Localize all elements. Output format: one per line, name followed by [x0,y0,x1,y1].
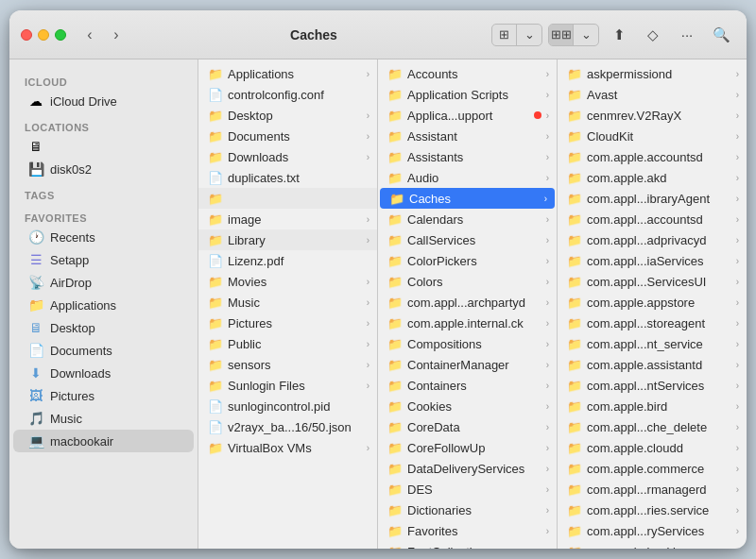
sidebar-item-recents[interactable]: 🕐 Recents [13,226,194,248]
file-item[interactable]: 📁DataDeliveryServices› [378,458,557,479]
forward-button[interactable]: › [104,25,129,45]
sidebar-item-airdrop[interactable]: 📡 AirDrop [13,271,194,294]
sidebar-item-pictures[interactable]: 🖼 Pictures [13,384,194,407]
sort-btn[interactable]: ⌄ [574,25,598,45]
sidebar-item-downloads[interactable]: ⬇ Downloads [13,362,194,384]
sidebar-item-setapp[interactable]: ☰ Setapp [13,248,194,271]
file-item[interactable]: 📁Caches› [380,188,555,209]
file-item[interactable]: 📁com.appl...ries.service› [558,500,747,520]
file-item[interactable]: 📁CoreData› [378,416,557,437]
file-item[interactable]: 📁askpermissiond› [558,63,747,84]
column-view-btn[interactable]: ⌄ [517,25,541,45]
file-item[interactable]: 📁Downloads› [198,146,377,167]
file-item[interactable]: 📁com.apple.commerce› [558,458,747,479]
file-item[interactable]: 📁com.appl...archpartyd› [378,292,557,313]
file-item[interactable]: 📁CloudKit› [558,126,747,146]
file-item[interactable]: 📁cenmrev.V2RayX› [558,105,747,126]
sidebar-item-documents[interactable]: 📄 Documents [13,339,194,362]
file-item[interactable]: 📁Music› [198,292,377,313]
file-item[interactable]: 📁com.apple.cloudd› [558,437,747,458]
sidebar-item-computer[interactable]: 🖥 [13,135,194,158]
file-item[interactable]: 📁 [198,188,377,209]
file-item[interactable]: 📁Cookies› [378,396,557,416]
file-item[interactable]: 📁com.appl...ibraryAgent› [558,188,747,209]
file-item[interactable]: 📁com.appl...accountsd› [558,209,747,229]
file-item[interactable]: 📁com.appl...rmanagerd› [558,479,747,500]
file-item[interactable]: 📁Accounts› [378,63,557,84]
minimize-button[interactable] [38,29,49,41]
file-item[interactable]: 📁Colors› [378,271,557,292]
file-item[interactable]: 📁Compositions› [378,333,557,354]
file-item[interactable]: 📁Desktop› [198,105,377,126]
file-item[interactable]: 📁Application Scripts› [378,84,557,105]
file-item[interactable]: 📁Pictures› [198,313,377,333]
file-item[interactable]: 📁VirtualBox VMs› [198,437,377,458]
file-item[interactable]: 📁sensors› [198,354,377,375]
file-item[interactable]: 📄Lizenz.pdf [198,250,377,271]
file-item[interactable]: 📁Favorites› [378,520,557,541]
file-item[interactable]: 📁Assistants› [378,146,557,167]
view-toggle[interactable]: ⊞ ⌄ [491,24,542,46]
file-item[interactable]: 📄duplicates.txt [198,167,377,188]
file-item[interactable]: 📁com.appl...adprivacyd› [558,229,747,250]
file-item[interactable]: 📁com.appl...backlogger› [558,541,747,549]
file-item[interactable]: 📁FontCollections› [378,541,557,549]
file-item[interactable]: 📁ContainerManager› [378,354,557,375]
sidebar-item-desktop[interactable]: 🖥 Desktop [13,316,194,339]
file-icon: 📁 [567,482,582,497]
file-item[interactable]: 📁com.appl...storeagent› [558,313,747,333]
back-button[interactable]: ‹ [77,25,102,45]
more-button[interactable]: ··· [673,24,701,46]
file-item[interactable]: 📄controlconfig.conf [198,84,377,105]
file-item[interactable]: 📄sunlogincontrol.pid [198,396,377,416]
sidebar-label-mac: macbookair [50,434,113,449]
search-button[interactable]: 🔍 [707,24,735,46]
file-item[interactable]: 📁CoreFollowUp› [378,437,557,458]
file-item[interactable]: 📁Sunlogin Files› [198,375,377,396]
maximize-button[interactable] [55,29,66,41]
file-item[interactable]: 📁Public› [198,333,377,354]
file-item[interactable]: 📁Library› [198,229,377,250]
grid-view-btn[interactable]: ⊞⊞ [549,25,574,45]
view-toggle-2[interactable]: ⊞⊞ ⌄ [548,24,599,46]
file-item[interactable]: 📁Applica...upport› [378,105,557,126]
sidebar-item-music[interactable]: 🎵 Music [13,407,194,430]
file-item[interactable]: 📁DES› [378,479,557,500]
chevron-right-icon: › [546,484,549,495]
sidebar-item-applications[interactable]: 📁 Applications [13,294,194,316]
close-button[interactable] [21,29,32,41]
nav-buttons: ‹ › [77,25,129,45]
tag-button[interactable]: ◇ [639,24,667,46]
sidebar-item-icloud-drive[interactable]: ☁ iCloud Drive [13,90,194,112]
sidebar-item-disk0s2[interactable]: 💾 disk0s2 [13,158,194,180]
file-item[interactable]: 📁com.apple.bird› [558,396,747,416]
file-item[interactable]: 📁image› [198,209,377,229]
file-item[interactable]: 📁com.appl...ntServices› [558,375,747,396]
file-item[interactable]: 📁CallServices› [378,229,557,250]
file-item[interactable]: 📁Movies› [198,271,377,292]
file-item[interactable]: 📁Audio› [378,167,557,188]
share-button[interactable]: ⬆ [605,24,633,46]
file-item[interactable]: 📁Dictionaries› [378,500,557,520]
file-item[interactable]: 📁Applications› [198,63,377,84]
file-item[interactable]: 📁com.apple.assistantd› [558,354,747,375]
list-view-btn[interactable]: ⊞ [492,25,517,45]
file-item[interactable]: 📁Documents› [198,126,377,146]
file-item[interactable]: 📁com.appl...iaServices› [558,250,747,271]
file-item[interactable]: 📁com.apple.appstore› [558,292,747,313]
file-item[interactable]: 📁Containers› [378,375,557,396]
file-item[interactable]: 📁Assistant› [378,126,557,146]
file-item[interactable]: 📄v2rayx_ba...16/50.json [198,416,377,437]
sidebar-item-macbookair[interactable]: 💻 macbookair [13,430,194,452]
file-item[interactable]: 📁com.appl...ryServices› [558,520,747,541]
file-item[interactable]: 📁ColorPickers› [378,250,557,271]
file-item[interactable]: 📁com.apple.accountsd› [558,146,747,167]
file-item[interactable]: 📁com.apple.akd› [558,167,747,188]
file-item[interactable]: 📁Avast› [558,84,747,105]
file-item[interactable]: 📁com.appl...ServicesUI› [558,271,747,292]
file-item[interactable]: 📁com.appl...nt_service› [558,333,747,354]
file-item[interactable]: 📁Calendars› [378,209,557,229]
file-item[interactable]: 📁com.apple.internal.ck› [378,313,557,333]
file-icon: 📁 [387,274,403,289]
file-item[interactable]: 📁com.appl...che_delete› [558,416,747,437]
